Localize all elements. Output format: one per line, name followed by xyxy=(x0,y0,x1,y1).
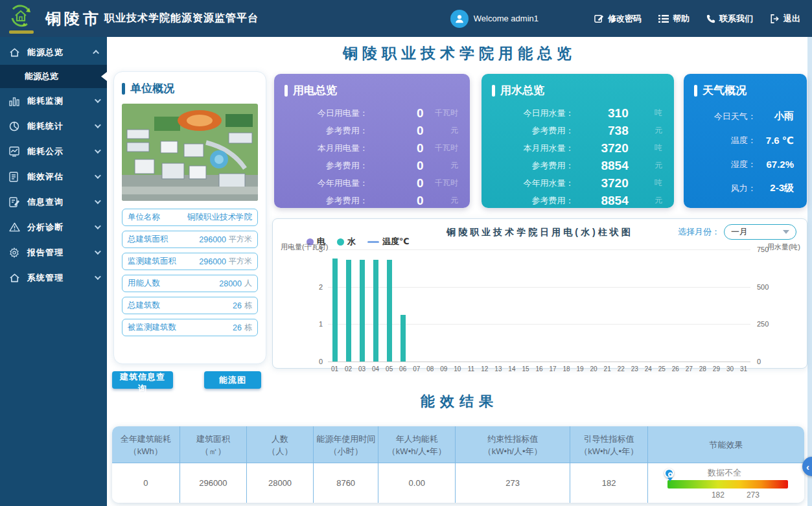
sidebar-item-7[interactable]: 报告管理 xyxy=(0,240,107,265)
x-axis-label: 09 xyxy=(437,365,450,373)
stat-row: 风力：2-3级 xyxy=(694,176,807,200)
stat-label: 参考费用： xyxy=(492,195,574,207)
pie-chart-icon xyxy=(9,121,21,132)
building-info-query-button[interactable]: 建筑信息查询 xyxy=(112,371,173,389)
sidebar-item-4[interactable]: 能效评估 xyxy=(0,164,107,189)
x-axis-label: 06 xyxy=(397,365,410,373)
sidebar-item-label: 能耗监测 xyxy=(27,95,95,107)
x-axis-label: 25 xyxy=(655,365,668,373)
edit-action[interactable]: 修改密码 xyxy=(594,13,642,25)
stat-value: 8854 xyxy=(574,194,628,208)
scrollbar-track[interactable] xyxy=(807,37,812,506)
x-axis-label: 04 xyxy=(369,365,382,373)
home-icon xyxy=(9,273,21,283)
stat-row: 温度：7.6 ℃ xyxy=(694,128,807,152)
stat-unit: 元 xyxy=(629,195,674,206)
stat-value: 0 xyxy=(368,124,424,138)
edit-document-icon xyxy=(9,197,21,207)
sidebar-item-2[interactable]: 能耗统计 xyxy=(0,113,107,139)
unit-field-value: 296000 xyxy=(199,235,226,244)
stat-value: 0 xyxy=(368,159,424,173)
electricity-panel-title: 用电总览 xyxy=(284,83,470,98)
stat-label: 今日天气： xyxy=(694,111,756,122)
stat-value: 0 xyxy=(368,176,424,190)
stat-value: 0 xyxy=(368,106,424,121)
unit-field-value: 296000 xyxy=(199,257,226,266)
x-axis-label: 11 xyxy=(465,365,478,373)
chevron-down-icon xyxy=(95,172,101,179)
warning-icon xyxy=(9,222,21,232)
electricity-panel-title-text: 用电总览 xyxy=(293,83,337,98)
effect-scale-high: 273 xyxy=(747,490,760,500)
left-axis-tick: 3 xyxy=(303,246,323,253)
sidebar-item-label: 信息查询 xyxy=(27,196,95,208)
table-header-7: 节能效果 xyxy=(648,426,804,463)
sidebar-item-0[interactable]: 能源总览 xyxy=(0,40,107,65)
efficiency-table: 全年建筑能耗（kWh）建筑面积（㎡）人数（人）能源年使用时间（小时）年人均能耗（… xyxy=(112,426,804,503)
stat-value: 2-3级 xyxy=(756,182,807,194)
chevron-down-icon xyxy=(95,198,101,204)
table-header-line1: 约束性指标值 xyxy=(457,433,568,445)
stat-row: 湿度：67.2% xyxy=(694,152,807,176)
title-accent-bar xyxy=(122,83,125,95)
table-header-4: 年人均能耗（kW•h/人•年） xyxy=(378,426,456,463)
unit-field-label: 单位名称 xyxy=(128,212,160,223)
chevron-down-icon xyxy=(95,223,101,229)
logout-action[interactable]: 退出 xyxy=(770,13,800,25)
sidebar-subitem-0-0[interactable]: 能源总览 xyxy=(0,65,107,88)
sidebar-item-label: 系统管理 xyxy=(27,272,95,284)
x-axis-label: 17 xyxy=(546,365,559,373)
stat-row: 参考费用：0元 xyxy=(284,122,470,139)
unit-fields: 单位名称铜陵职业技术学院总建筑面积296000平方米监测建筑面积296000平方… xyxy=(122,209,258,336)
stat-row: 参考费用：738元 xyxy=(492,122,674,139)
energy-saving-effect-cell: 数据不全182273 xyxy=(648,463,804,503)
effect-status-text: 数据不全 xyxy=(708,467,741,479)
table-cell-6: 182 xyxy=(570,463,648,503)
chevron-down-icon xyxy=(95,147,101,154)
title-accent-bar xyxy=(492,85,495,97)
campus-image xyxy=(122,104,258,201)
sidebar-item-5[interactable]: 信息查询 xyxy=(0,189,107,214)
sidebar-item-1[interactable]: 能耗监测 xyxy=(0,88,107,113)
electricity-overview-card: 用电总览 今日用电量：0千瓦时参考费用：0元本月用电量：0千瓦时参考费用：0元今… xyxy=(274,74,470,208)
help-list-action[interactable]: 帮助 xyxy=(658,13,690,25)
stat-label: 温度： xyxy=(694,135,756,146)
energy-flow-diagram-button[interactable]: 能流图 xyxy=(204,371,261,389)
efficiency-section-title: 能效结果 xyxy=(107,392,812,411)
unit-field-label: 总建筑面积 xyxy=(128,234,168,245)
logout-icon xyxy=(770,14,780,23)
x-axis-label: 19 xyxy=(574,365,586,373)
x-axis-label: 12 xyxy=(478,365,491,373)
right-axis-tick: 750 xyxy=(757,246,776,253)
chevron-down-icon xyxy=(95,122,101,128)
stat-row: 今年用电量：0千瓦时 xyxy=(284,174,470,192)
left-axis-tick: 2 xyxy=(303,283,323,291)
top-header: 铜陵市 职业技术学院能源资源监管平台 Welcome admin1 修改密码帮助… xyxy=(0,0,812,37)
table-header-line2: （人） xyxy=(248,445,312,457)
stat-value: 小雨 xyxy=(756,110,807,122)
stat-row: 本月用电量：0千瓦时 xyxy=(284,139,470,157)
sidebar-item-label: 报告管理 xyxy=(27,247,95,259)
unit-field-3: 用能人数28000人 xyxy=(122,275,258,292)
table-header-line1: 年人均能耗 xyxy=(380,433,454,445)
unit-field-value: 26 xyxy=(233,323,242,332)
unit-overview-card: 单位概况 xyxy=(113,71,266,364)
stat-value: 738 xyxy=(574,124,628,138)
sidebar-item-3[interactable]: 能耗公示 xyxy=(0,139,107,164)
unit-field-label: 监测建筑面积 xyxy=(128,256,176,267)
unit-field-label: 被监测建筑数 xyxy=(128,322,176,333)
stat-row: 参考费用：8854元 xyxy=(492,192,674,209)
stat-value: 3720 xyxy=(574,176,628,190)
right-axis-tick: 250 xyxy=(757,320,776,328)
table-cell-5: 273 xyxy=(456,463,570,503)
sidebar-item-8[interactable]: 系统管理 xyxy=(0,265,107,290)
chart-plot-area[interactable]: 0123025050075001020304050607080910111213… xyxy=(273,219,807,368)
x-axis-label: 18 xyxy=(560,365,573,373)
x-axis-label: 03 xyxy=(356,365,369,373)
sidebar-item-6[interactable]: 分析诊断 xyxy=(0,214,107,240)
phone-action[interactable]: 联系我们 xyxy=(706,13,753,25)
stat-unit: 元 xyxy=(629,160,674,171)
x-axis-label: 10 xyxy=(451,365,464,373)
x-axis-label: 01 xyxy=(329,365,342,373)
table-header-1: 建筑面积（㎡） xyxy=(180,426,248,463)
